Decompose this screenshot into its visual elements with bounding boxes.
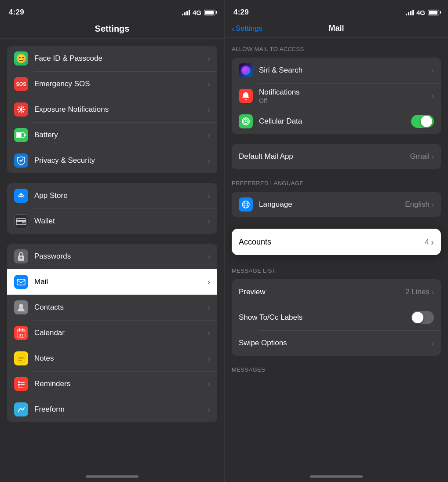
settings-row-passwords[interactable]: Passwords › — [7, 244, 217, 269]
right-group-1: Siri & Search › Notifications Off — [232, 58, 441, 134]
settings-row-siri-search[interactable]: Siri & Search › — [232, 58, 441, 83]
siri-icon — [239, 63, 253, 77]
exposure-label: Exposure Notifications — [34, 105, 208, 114]
signal-type-right: 4G — [416, 9, 425, 16]
section-label-messages: MESSAGES — [225, 358, 448, 376]
calendar-content: Calendar — [34, 329, 208, 337]
notes-svg — [17, 354, 25, 363]
freeform-chevron: › — [208, 405, 210, 414]
privacy-label: Privacy & Security — [34, 156, 208, 165]
calendar-label: Calendar — [34, 329, 208, 337]
notifications-right: › — [431, 91, 434, 101]
settings-row-battery[interactable]: Battery › — [7, 122, 217, 148]
signal-bar-4 — [189, 10, 190, 15]
svg-text:31: 31 — [19, 333, 23, 337]
settings-group-3: Passwords › Mail › — [7, 244, 217, 422]
appstore-svg — [17, 191, 25, 200]
settings-row-preview[interactable]: Preview 2 Lines › — [232, 279, 441, 305]
settings-row-mail[interactable]: Mail › — [7, 269, 217, 295]
cellular-label: Cellular Data — [259, 117, 411, 126]
accounts-label: Accounts — [239, 237, 425, 247]
language-label: Language — [259, 200, 405, 209]
signal-bar-r3 — [410, 11, 412, 15]
settings-row-default-mail[interactable]: Default Mail App Gmail › — [232, 144, 441, 169]
settings-group-1: 😊 Face ID & Passcode › SOS Emergency SOS — [7, 46, 217, 173]
left-status-bar: 4:29 4G — [0, 0, 224, 22]
settings-row-calendar[interactable]: 31 Calendar › — [7, 320, 217, 346]
freeform-icon — [14, 402, 28, 416]
left-scroll-area[interactable]: 😊 Face ID & Passcode › SOS Emergency SOS — [0, 39, 224, 472]
sos-chevron: › — [208, 80, 210, 89]
signal-bars-left — [182, 9, 190, 15]
settings-row-swipe-options[interactable]: Swipe Options › — [232, 330, 441, 356]
face-id-right: › — [208, 54, 210, 63]
privacy-right: › — [208, 156, 210, 165]
settings-row-face-id[interactable]: 😊 Face ID & Passcode › — [7, 46, 217, 71]
settings-row-appstore[interactable]: App Store › — [7, 183, 217, 208]
signal-bar-1 — [182, 14, 183, 15]
appstore-content: App Store — [34, 191, 208, 200]
passwords-right: › — [208, 252, 210, 261]
mail-chevron: › — [208, 278, 210, 287]
reminders-icon — [14, 377, 28, 391]
signal-bar-r4 — [412, 10, 414, 15]
default-mail-content: Default Mail App — [239, 152, 410, 161]
settings-row-freeform[interactable]: Freeform › — [7, 397, 217, 422]
sos-text: SOS — [16, 81, 26, 87]
face-id-label: Face ID & Passcode — [34, 54, 208, 63]
section-label-language: PREFERRED LANGUAGE — [225, 172, 448, 189]
settings-row-notifications[interactable]: Notifications Off › — [232, 83, 441, 109]
mail-label: Mail — [34, 278, 208, 286]
settings-row-notes[interactable]: Notes › — [7, 346, 217, 371]
appstore-icon — [14, 189, 28, 203]
settings-row-wallet[interactable]: Wallet › — [7, 208, 217, 234]
settings-row-cellular[interactable]: Cellular Data — [232, 109, 441, 134]
settings-row-privacy[interactable]: Privacy & Security › — [7, 148, 217, 173]
right-scroll-area[interactable]: ALLOW MAIL TO ACCESS Siri & Search › — [225, 38, 448, 472]
swipe-options-label: Swipe Options — [239, 339, 431, 347]
left-home-bar — [86, 475, 138, 478]
wallet-right: › — [208, 217, 210, 226]
appstore-right: › — [208, 191, 210, 201]
settings-row-contacts[interactable]: Contacts › — [7, 295, 217, 320]
settings-row-reminders[interactable]: Reminders › — [7, 371, 217, 397]
right-home-bar — [310, 475, 363, 478]
settings-row-show-tocc[interactable]: Show To/Cc Labels — [232, 305, 441, 330]
nav-back-button[interactable]: ‹ Settings — [232, 24, 262, 33]
right-group-language: Language English › — [232, 192, 441, 217]
settings-row-emergency-sos[interactable]: SOS Emergency SOS › — [7, 71, 217, 97]
left-panel: 4:29 4G Settings 😊 — [0, 0, 224, 482]
freeform-right: › — [208, 405, 210, 414]
passwords-svg — [17, 252, 25, 261]
right-status-bar: 4:29 4G — [225, 0, 448, 22]
right-status-icons: 4G — [406, 9, 439, 16]
mail-right: › — [208, 278, 210, 287]
show-tocc-toggle[interactable] — [411, 311, 434, 324]
settings-group-2: App Store › Wallet — [7, 183, 217, 234]
settings-row-exposure[interactable]: Exposure Notifications › — [7, 97, 217, 122]
settings-row-language[interactable]: Language English › — [232, 192, 441, 217]
passwords-content: Passwords — [34, 252, 208, 261]
contacts-label: Contacts — [34, 303, 208, 312]
right-page-title: Mail — [328, 24, 344, 33]
mail-svg — [17, 279, 25, 285]
right-group-message-list: Preview 2 Lines › Show To/Cc Labels — [232, 279, 441, 356]
language-value: English — [405, 200, 430, 209]
svg-point-31 — [18, 387, 20, 388]
svg-point-37 — [245, 120, 247, 122]
svg-rect-11 — [25, 134, 26, 136]
mail-icon — [14, 275, 28, 289]
notifications-content: Notifications Off — [259, 88, 431, 104]
signal-bar-r1 — [406, 14, 407, 15]
wallet-chevron: › — [208, 217, 210, 226]
notes-content: Notes — [34, 354, 208, 363]
cellular-toggle[interactable] — [411, 115, 434, 128]
right-group-default-mail: Default Mail App Gmail › — [232, 144, 441, 169]
cellular-right — [411, 115, 434, 128]
accounts-row[interactable]: Accounts 4 › — [232, 229, 441, 255]
siri-search-label: Siri & Search — [259, 66, 431, 75]
signal-type-left: 4G — [193, 9, 201, 16]
wallet-label: Wallet — [34, 217, 208, 226]
notes-label: Notes — [34, 354, 208, 363]
appstore-chevron: › — [208, 191, 210, 201]
